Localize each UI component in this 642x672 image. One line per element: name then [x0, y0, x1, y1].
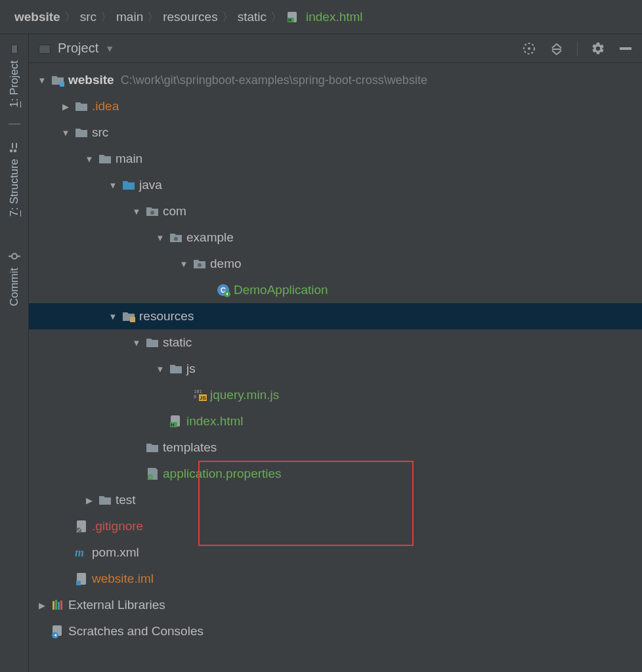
svg-text:101: 101	[194, 389, 202, 394]
tree-row-project-root[interactable]: ▼ website C:\work\git\springboot-example…	[29, 67, 642, 93]
tool-window-rail: 1: Project 7: Structure Commit	[0, 34, 29, 672]
tree-row[interactable]: ▼ com	[29, 198, 642, 224]
svg-rect-17	[552, 49, 561, 50]
expand-arrow-icon[interactable]: ▼	[152, 233, 168, 243]
tree-row-external-libraries[interactable]: ▶ External Libraries	[29, 592, 642, 618]
rail-tab-label: 7: Structure	[8, 159, 21, 217]
chevron-right-icon: 〉	[222, 9, 234, 25]
chevron-down-icon: ▼	[105, 43, 114, 54]
rail-tab-commit[interactable]: Commit	[8, 243, 21, 314]
svg-point-16	[528, 47, 530, 50]
tree-row-file[interactable]: ▶ 1010JS jquery.min.js	[29, 382, 642, 408]
iml-file-icon	[74, 572, 89, 586]
package-icon	[168, 230, 184, 245]
tree-row[interactable]: ▼ java	[29, 172, 642, 198]
tree-row-scratches[interactable]: ▶ Scratches and Consoles	[29, 618, 642, 644]
gear-icon[interactable]	[591, 41, 605, 56]
svg-point-22	[198, 263, 202, 267]
breadcrumb-current-label: index.html	[306, 10, 363, 24]
breadcrumb-item[interactable]: static	[238, 10, 267, 24]
breadcrumb-current[interactable]: H index.html	[286, 10, 363, 24]
breadcrumb-item[interactable]: main	[116, 10, 143, 24]
svg-text:H: H	[171, 422, 175, 428]
java-class-icon: C	[215, 283, 231, 297]
tree-node-label: External Libraries	[68, 598, 165, 612]
rail-tab-label: Commit	[8, 268, 21, 306]
expand-arrow-icon[interactable]: ▶	[34, 600, 50, 610]
tree-row-file[interactable]: ▶ m pom.xml	[29, 539, 642, 566]
expand-arrow-icon[interactable]: ▼	[58, 128, 74, 138]
tree-node-label: templates	[163, 440, 217, 455]
tree-node-label: .gitignore	[92, 519, 143, 534]
svg-text:H: H	[288, 18, 291, 22]
svg-text:m: m	[75, 546, 84, 559]
svg-rect-4	[12, 45, 17, 53]
expand-arrow-icon[interactable]: ▼	[34, 75, 50, 85]
breadcrumb: website 〉 src 〉 main 〉 resources 〉 stati…	[0, 0, 642, 34]
tree-row[interactable]: ▶ .idea	[29, 93, 642, 119]
tree-row[interactable]: ▶ templates	[29, 434, 642, 461]
svg-rect-6	[10, 150, 12, 152]
svg-rect-43	[55, 600, 57, 610]
tree-node-label: java	[139, 178, 162, 192]
rail-tab-label: 1: Project	[8, 60, 21, 108]
expand-arrow-icon[interactable]: ▼	[176, 259, 192, 269]
expand-arrow-icon[interactable]: ▼	[81, 154, 97, 164]
expand-arrow-icon[interactable]: ▼	[105, 180, 121, 190]
tree-row[interactable]: ▼ example	[29, 224, 642, 251]
html-file-icon: H	[286, 10, 299, 24]
select-opened-file-button[interactable]	[522, 41, 536, 56]
project-tree[interactable]: ▼ website C:\work\git\springboot-example…	[29, 63, 642, 672]
tree-node-label: static	[163, 335, 192, 350]
svg-rect-8	[12, 143, 13, 148]
tree-row-file[interactable]: ▶ H index.html	[29, 408, 642, 434]
svg-text:0: 0	[194, 394, 196, 400]
breadcrumb-item[interactable]: website	[14, 10, 60, 24]
tree-row-file[interactable]: ▶ application.properties	[29, 461, 642, 487]
html-file-icon: H	[168, 414, 184, 429]
tree-row[interactable]: ▼ demo	[29, 251, 642, 277]
expand-arrow-icon[interactable]: ▼	[129, 207, 144, 217]
tree-row[interactable]: ▼ src	[29, 119, 642, 146]
tree-node-label: example	[186, 230, 234, 245]
scratches-icon	[50, 624, 66, 639]
tree-row-file[interactable]: ▶ website.iml	[29, 566, 642, 592]
expand-arrow-icon[interactable]: ▶	[81, 495, 97, 505]
folder-icon	[144, 440, 160, 455]
rail-tab-project[interactable]: 1: Project	[8, 35, 21, 116]
tool-view-selector[interactable]: Project ▼	[58, 41, 114, 56]
tree-row[interactable]: ▼ js	[29, 356, 642, 382]
hide-tool-window-button[interactable]	[618, 46, 633, 51]
chevron-right-icon: 〉	[270, 9, 282, 25]
svg-point-10	[12, 254, 17, 259]
chevron-right-icon: 〉	[147, 9, 159, 25]
svg-text:JS: JS	[200, 395, 206, 401]
tree-row-selected[interactable]: ▼ resources	[29, 303, 642, 329]
tree-node-label: demo	[210, 257, 242, 271]
expand-arrow-icon[interactable]: ▼	[129, 338, 144, 348]
tree-node-label: test	[116, 493, 136, 507]
project-path: C:\work\git\springboot-examples\spring-b…	[121, 74, 427, 87]
expand-arrow-icon[interactable]: ▼	[105, 312, 121, 322]
breadcrumb-item[interactable]: resources	[163, 10, 217, 24]
chevron-right-icon: 〉	[64, 9, 76, 25]
tree-row-file[interactable]: ▶ C DemoApplication	[29, 277, 642, 303]
rail-tab-structure[interactable]: 7: Structure	[8, 134, 21, 224]
breadcrumb-item[interactable]: src	[80, 10, 96, 24]
expand-all-button[interactable]	[549, 41, 564, 56]
tree-node-label: jquery.min.js	[210, 388, 279, 402]
folder-icon	[74, 125, 89, 140]
folder-icon	[97, 152, 113, 166]
tree-row[interactable]: ▼ static	[29, 329, 642, 356]
expand-arrow-icon[interactable]: ▶	[58, 102, 74, 112]
svg-rect-41	[76, 581, 81, 585]
tree-node-label: js	[186, 362, 196, 376]
tree-node-label: resources	[139, 309, 194, 324]
maven-file-icon: m	[74, 545, 89, 560]
expand-arrow-icon[interactable]: ▼	[152, 364, 168, 374]
tree-row[interactable]: ▶ test	[29, 487, 642, 513]
tree-row-file[interactable]: ▶ .gitignore	[29, 513, 642, 539]
tree-node-label: main	[116, 152, 142, 166]
tree-row[interactable]: ▼ main	[29, 146, 642, 172]
rail-separator	[0, 116, 29, 134]
